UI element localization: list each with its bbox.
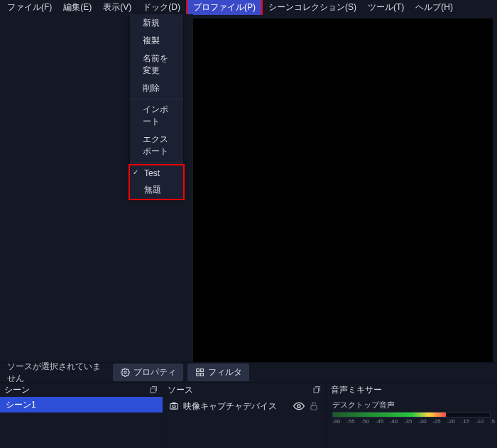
svg-rect-3 — [196, 373, 199, 376]
dropdown-profile-list-highlight: Test 無題 — [129, 164, 185, 200]
tick: -10 — [476, 418, 476, 425]
svg-rect-7 — [170, 404, 178, 410]
svg-point-9 — [297, 405, 300, 408]
dropdown-new[interactable]: 新規 — [130, 14, 183, 32]
mixer-panel-title: 音声ミキサー — [331, 384, 382, 396]
tick: -30 — [418, 418, 419, 425]
svg-point-0 — [124, 371, 126, 373]
svg-rect-2 — [200, 369, 203, 372]
dropdown-profile-untitled[interactable]: 無題 — [130, 181, 183, 199]
popout-icon[interactable] — [312, 385, 322, 395]
no-source-selected-label: ソースが選択されていません — [4, 361, 109, 385]
scene-item-label: シーン1 — [6, 399, 36, 411]
profile-dropdown: 新規 複製 名前を変更 削除 インポート エクスポート Test 無題 — [130, 14, 183, 199]
preview-wrap — [193, 14, 497, 362]
sources-panel-title: ソース — [168, 384, 193, 396]
dropdown-import[interactable]: インポート — [130, 101, 183, 131]
filters-icon — [195, 368, 204, 378]
scenes-panel-header: シーン — [0, 383, 163, 397]
tick: -20 — [447, 418, 447, 425]
menu-help[interactable]: ヘルプ(H) — [410, 0, 459, 15]
dropdown-duplicate[interactable]: 複製 — [130, 32, 183, 50]
svg-rect-10 — [311, 405, 317, 410]
menu-file[interactable]: ファイル(F) — [1, 0, 58, 15]
popout-icon[interactable] — [148, 385, 158, 395]
menubar: ファイル(F) 編集(E) 表示(V) ドック(D) プロファイル(P) シーン… — [0, 0, 497, 14]
tick: -50 — [361, 418, 361, 425]
dropdown-profile-test[interactable]: Test — [130, 165, 183, 181]
source-toolbar: ソースが選択されていません プロパティ フィルタ — [0, 362, 497, 382]
properties-button-label: プロパティ — [133, 366, 176, 378]
svg-rect-1 — [196, 369, 199, 372]
mixer-track-name: デスクトップ音声 — [332, 400, 491, 410]
menu-profile-highlight: プロファイル(P) — [186, 0, 263, 15]
menu-view[interactable]: 表示(V) — [97, 0, 137, 15]
audio-meter — [332, 412, 491, 417]
tick: -40 — [390, 418, 390, 425]
mixer-panel: 音声ミキサー デスクトップ音声 -60 -55 -50 -45 -40 -35 … — [327, 382, 497, 448]
visibility-toggle[interactable] — [293, 400, 305, 412]
filters-button-label: フィルタ — [208, 366, 242, 378]
svg-rect-5 — [151, 388, 155, 393]
menu-scenecollection[interactable]: シーンコレクション(S) — [263, 0, 362, 15]
mixer-track: デスクトップ音声 -60 -55 -50 -45 -40 -35 -30 -25… — [327, 397, 496, 427]
svg-rect-6 — [314, 388, 319, 393]
mixer-body: デスクトップ音声 -60 -55 -50 -45 -40 -35 -30 -25… — [327, 397, 496, 448]
audio-meter-fill — [333, 413, 446, 417]
tick: -45 — [376, 418, 376, 425]
dropdown-separator-1 — [130, 99, 183, 99]
bottom-panels: シーン シーン1 ソース 映像キャプチャデバイス — [0, 382, 497, 448]
main-area — [0, 14, 497, 362]
dropdown-rename[interactable]: 名前を変更 — [130, 50, 183, 80]
lock-toggle[interactable] — [309, 401, 320, 411]
properties-button[interactable]: プロパティ — [113, 364, 183, 381]
sources-list: 映像キャプチャデバイス — [163, 397, 326, 448]
dropdown-delete[interactable]: 削除 — [130, 80, 183, 97]
tick: -60 — [332, 418, 333, 425]
scenes-panel: シーン シーン1 — [0, 382, 163, 448]
tick: -25 — [432, 418, 433, 425]
source-item[interactable]: 映像キャプチャデバイス — [163, 397, 326, 415]
filters-button[interactable]: フィルタ — [187, 364, 249, 381]
tick: -15 — [462, 418, 462, 425]
sources-panel: ソース 映像キャプチャデバイス — [163, 382, 327, 448]
preview-canvas[interactable] — [193, 18, 493, 362]
svg-rect-4 — [200, 373, 203, 376]
source-item-label: 映像キャプチャデバイス — [183, 400, 289, 413]
camera-icon — [169, 401, 179, 411]
tick: -35 — [404, 418, 405, 425]
mixer-panel-header: 音声ミキサー — [327, 383, 496, 397]
sources-panel-header: ソース — [163, 383, 326, 397]
svg-point-8 — [173, 405, 175, 408]
scenes-panel-title: シーン — [4, 384, 30, 396]
menu-tools[interactable]: ツール(T) — [362, 0, 410, 15]
dropdown-export[interactable]: エクスポート — [130, 131, 183, 160]
tick: -5 — [490, 418, 491, 425]
audio-meter-ticks: -60 -55 -50 -45 -40 -35 -30 -25 -20 -15 … — [332, 418, 491, 425]
scenes-list: シーン1 — [0, 397, 163, 448]
menu-profile[interactable]: プロファイル(P) — [187, 0, 261, 15]
dropdown-separator-2 — [130, 162, 183, 163]
gear-icon — [120, 368, 130, 378]
menu-dock[interactable]: ドック(D) — [137, 0, 186, 15]
scene-item[interactable]: シーン1 — [0, 397, 163, 413]
tick: -55 — [346, 418, 347, 425]
menu-edit[interactable]: 編集(E) — [58, 0, 97, 15]
